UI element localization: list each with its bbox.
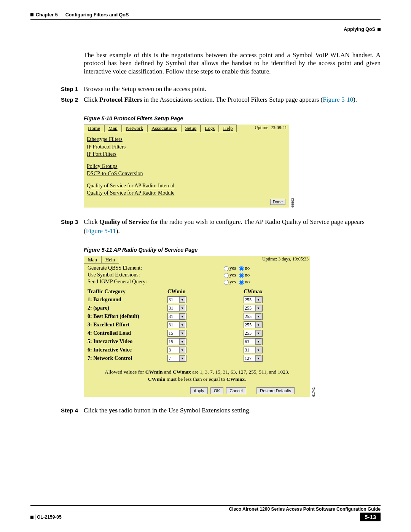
uptime-text: Uptime: 3 days, 19:05:33 bbox=[261, 256, 310, 264]
nav-help[interactable]: Help bbox=[101, 256, 119, 264]
cwmin-select[interactable]: 15▼ bbox=[167, 330, 186, 337]
link-ip-port-filters[interactable]: IP Port Filters bbox=[87, 151, 286, 158]
nav-logs[interactable]: Logs bbox=[201, 125, 219, 132]
radio-yes[interactable] bbox=[224, 273, 229, 278]
cwmin-cell: 15▼ bbox=[167, 330, 244, 337]
chevron-down-icon: ▼ bbox=[179, 322, 185, 328]
cwmin-select[interactable]: 15▼ bbox=[167, 338, 186, 345]
radio-yes[interactable] bbox=[224, 280, 229, 285]
cwmax-cell: 255▼ bbox=[244, 330, 263, 337]
figure-ref-link[interactable]: Figure 5-11 bbox=[86, 227, 116, 235]
step3-post: ). bbox=[116, 227, 120, 235]
option-radios: yesno bbox=[221, 265, 250, 271]
nav-help[interactable]: Help bbox=[219, 125, 237, 132]
nav-network[interactable]: Network bbox=[122, 125, 148, 132]
cwmax-select[interactable]: 255▼ bbox=[244, 296, 263, 303]
radio-yes-label: yes bbox=[229, 279, 236, 284]
radio-no[interactable] bbox=[239, 280, 244, 285]
chevron-down-icon: ▼ bbox=[179, 330, 185, 336]
page-footer: Cisco Aironet 1200 Series Access Point S… bbox=[30, 505, 381, 521]
cwmax-select[interactable]: 63▼ bbox=[244, 338, 263, 345]
step-label: Step 1 bbox=[61, 85, 84, 94]
cwmin-select-value: 31 bbox=[169, 314, 173, 320]
ok-button[interactable]: OK bbox=[210, 387, 223, 394]
cancel-button[interactable]: Cancel bbox=[226, 387, 246, 394]
cwmin-select-value: 3 bbox=[169, 347, 171, 353]
chevron-down-icon: ▼ bbox=[255, 322, 261, 328]
apply-button[interactable]: Apply bbox=[190, 387, 208, 394]
cwmax-select-value: 255 bbox=[245, 297, 252, 303]
step-body: Click the yes radio button in the Use Sy… bbox=[84, 406, 381, 415]
radio-yes-label: yes bbox=[229, 272, 236, 278]
cwmax-cell: 255▼ bbox=[244, 321, 263, 328]
figure-caption: Figure 5-10 Protocol Filters Setup Page bbox=[84, 115, 381, 121]
link-qos-internal[interactable]: Quality of Service for AP Radio: Interna… bbox=[87, 182, 286, 189]
cwmin-select-value: 15 bbox=[169, 331, 173, 336]
link-policy-groups[interactable]: Policy Groups bbox=[87, 163, 286, 170]
cwmin-select-value: 31 bbox=[169, 305, 173, 311]
chevron-down-icon: ▼ bbox=[255, 297, 261, 303]
nav-map[interactable]: Map bbox=[104, 125, 122, 132]
option-label: Send IGMP General Query: bbox=[88, 279, 221, 285]
cwmax-select[interactable]: 127▼ bbox=[244, 355, 263, 362]
link-ip-protocol-filters[interactable]: IP Protocol Filters bbox=[87, 144, 286, 150]
figure-id: 61742 bbox=[312, 387, 315, 397]
cwmax-select[interactable]: 255▼ bbox=[244, 305, 263, 312]
nav-associations[interactable]: Associations bbox=[147, 125, 181, 132]
cwmax-select[interactable]: 31▼ bbox=[244, 347, 263, 353]
tc-name: 2: (spare) bbox=[88, 305, 167, 311]
done-button[interactable]: Done bbox=[270, 199, 285, 205]
cwmin-select[interactable]: 7▼ bbox=[167, 355, 186, 362]
cwmin-cell: 3▼ bbox=[167, 347, 244, 353]
note2-cwmin: CWmin bbox=[148, 376, 166, 382]
link-ethertype-filters[interactable]: Ethertype Filters bbox=[87, 136, 286, 143]
note-cwmin: CWmin bbox=[145, 369, 163, 375]
intro-paragraph: The best example of this is the negotiat… bbox=[84, 51, 381, 75]
cwmin-select[interactable]: 31▼ bbox=[167, 321, 186, 328]
step2-mid: in the Associations section. The Protoco… bbox=[142, 96, 323, 103]
nav-map[interactable]: Map bbox=[84, 256, 101, 264]
radio-no-label: no bbox=[245, 265, 250, 271]
cwmin-cell: 7▼ bbox=[167, 355, 244, 362]
cwmin-select[interactable]: 31▼ bbox=[167, 313, 186, 320]
chevron-down-icon: ▼ bbox=[255, 347, 261, 353]
step-body: Click Protocol Filters in the Associatio… bbox=[84, 95, 381, 104]
figure-ref-link[interactable]: Figure 5-10 bbox=[323, 96, 353, 103]
option-label: Use Symbol Extensions: bbox=[88, 272, 221, 278]
cwmin-select[interactable]: 3▼ bbox=[167, 347, 186, 353]
cwmin-select[interactable]: 31▼ bbox=[167, 305, 186, 312]
nav-home[interactable]: Home bbox=[84, 125, 104, 132]
cwmax-select[interactable]: 255▼ bbox=[244, 321, 263, 328]
chevron-down-icon: ▼ bbox=[255, 305, 261, 311]
note2-end: . bbox=[245, 376, 246, 382]
tc-row: 4: Controlled Load15▼255▼ bbox=[88, 330, 306, 337]
th-cwmin: CWmin bbox=[167, 289, 244, 295]
option-label: Generate QBSS Element: bbox=[88, 265, 221, 271]
radio-yes[interactable] bbox=[224, 266, 229, 271]
cwmax-select[interactable]: 255▼ bbox=[244, 330, 263, 337]
cwmax-cell: 127▼ bbox=[244, 355, 263, 362]
link-dscp-cos[interactable]: DSCP-to-CoS Conversion bbox=[87, 170, 286, 177]
footer-square-icon bbox=[30, 516, 33, 519]
tc-name: 5: Interactive Video bbox=[88, 339, 167, 345]
tc-name: 0: Best Effort (default) bbox=[88, 313, 167, 320]
radio-no-label: no bbox=[245, 279, 250, 284]
step2-bold: Protocol Filters bbox=[99, 96, 142, 103]
radio-no[interactable] bbox=[239, 266, 244, 271]
cwmax-cell: 255▼ bbox=[244, 296, 263, 303]
chevron-down-icon: ▼ bbox=[179, 347, 185, 353]
tc-row: 6: Interactive Voice3▼31▼ bbox=[88, 347, 306, 353]
link-qos-module[interactable]: Quality of Service for AP Radio: Module bbox=[87, 190, 286, 197]
radio-no[interactable] bbox=[239, 273, 244, 278]
cwmax-select[interactable]: 255▼ bbox=[244, 313, 263, 320]
restore-defaults-button[interactable]: Restore Defaults bbox=[256, 387, 295, 394]
cwmin-cell: 31▼ bbox=[167, 305, 244, 312]
step-label: Step 2 bbox=[61, 95, 84, 104]
note-mid1: and bbox=[163, 369, 173, 375]
step-label: Step 3 bbox=[61, 217, 84, 236]
cwmin-select[interactable]: 31▼ bbox=[167, 296, 186, 303]
tc-name: 7: Network Control bbox=[88, 355, 167, 361]
nav-setup[interactable]: Setup bbox=[181, 125, 201, 132]
doc-number: OL-2159-05 bbox=[37, 514, 62, 520]
section-title: Applying QoS bbox=[344, 27, 375, 32]
